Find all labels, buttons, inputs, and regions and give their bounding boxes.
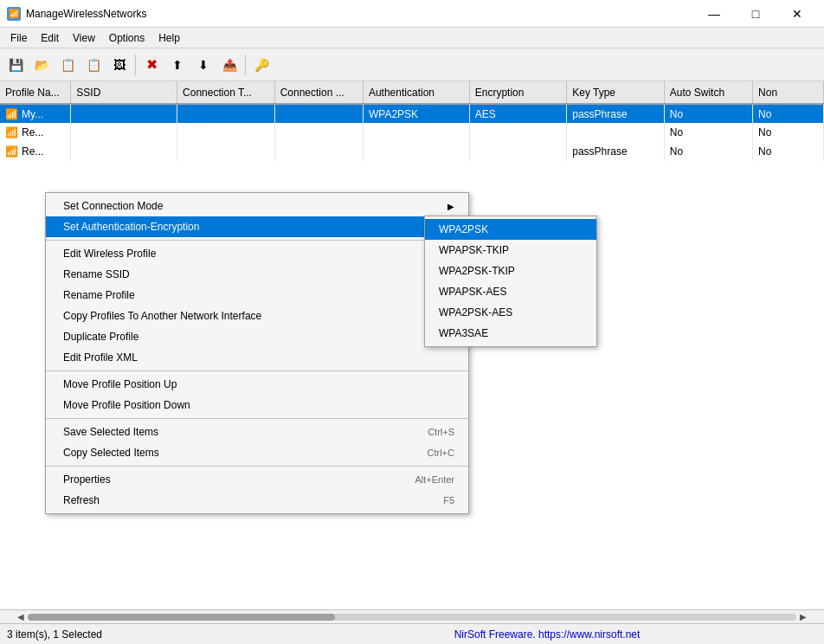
ctx-shortcut: F5	[443, 495, 454, 506]
ctx-item-label: Rename SSID	[63, 268, 130, 280]
submenu-item-wpapsk-aes[interactable]: WPAPSK-AES	[425, 281, 596, 302]
ctx-item-refresh[interactable]: RefreshF5	[46, 490, 468, 511]
toolbar-separator-1	[135, 55, 136, 75]
table-cell-5: AES	[469, 104, 567, 123]
col-header-ssid[interactable]: SSID	[71, 81, 177, 104]
toolbar-copy[interactable]: 📋	[55, 53, 80, 77]
app-icon: 📶	[7, 7, 21, 21]
toolbar-paste[interactable]: 📋	[81, 53, 106, 77]
submenu-item-wpa3sae[interactable]: WPA3SAE	[425, 323, 596, 344]
table-row[interactable]: 📶My...WPA2PSKAESpassPhraseNoNo	[0, 104, 824, 123]
ctx-separator	[46, 466, 468, 467]
ctx-item-move-up[interactable]: Move Profile Position Up	[46, 374, 468, 395]
scrollbar-thumb[interactable]	[28, 614, 335, 621]
ctx-item-label: Copy Selected Items	[63, 447, 159, 459]
ctx-item-label: Move Profile Position Down	[63, 399, 190, 411]
table-cell-1	[71, 104, 177, 123]
menu-bar: File Edit View Options Help	[0, 28, 824, 48]
maximize-button[interactable]: □	[736, 0, 776, 28]
col-header-non[interactable]: Non	[753, 81, 824, 104]
scrollbar-area: ◀ ▶	[0, 609, 824, 623]
table-cell-8: No	[753, 104, 824, 123]
table-cell-6: passPhrase	[567, 104, 665, 123]
status-bar: 3 item(s), 1 Selected NirSoft Freeware. …	[0, 623, 824, 644]
submenu-item-wpapsk-tkip[interactable]: WPAPSK-TKIP	[425, 240, 596, 261]
table-cell-1	[71, 142, 177, 161]
menu-help[interactable]: Help	[151, 29, 187, 47]
submenu-item-wpa2psk-aes[interactable]: WPA2PSK-AES	[425, 302, 596, 323]
col-header-profile-name[interactable]: Profile Na...	[0, 81, 71, 104]
table-cell-3	[274, 123, 363, 142]
toolbar-export[interactable]: 📤	[217, 53, 241, 77]
toolbar-icon[interactable]: 🖼	[107, 53, 132, 77]
toolbar-key[interactable]: 🔑	[249, 53, 274, 77]
table-cell-8: No	[753, 123, 824, 142]
ctx-shortcut: Ctrl+S	[428, 427, 454, 437]
ctx-shortcut: Ctrl+C	[428, 448, 454, 458]
ctx-item-set-auth-enc[interactable]: Set Authentication-Encryption▶	[46, 216, 468, 237]
wifi-icon: 📶	[5, 126, 18, 138]
toolbar-open[interactable]: 📂	[29, 53, 54, 77]
ctx-item-label: Set Connection Mode	[63, 200, 163, 212]
ctx-item-edit-xml[interactable]: Edit Profile XML	[46, 347, 468, 368]
toolbar-new[interactable]: 💾	[3, 53, 28, 77]
minimize-button[interactable]: —	[694, 0, 734, 28]
close-button[interactable]: ✕	[777, 0, 817, 28]
main-table: Profile Na... SSID Connection T... Conne…	[0, 81, 824, 161]
scroll-left-arrow[interactable]: ◀	[14, 612, 28, 621]
ctx-item-move-down[interactable]: Move Profile Position Down	[46, 395, 468, 415]
toolbar-down[interactable]: ⬇	[191, 53, 216, 77]
toolbar-delete[interactable]: ✖	[139, 53, 164, 77]
ctx-item-rename-ssid[interactable]: Rename SSID	[46, 264, 468, 285]
menu-options[interactable]: Options	[102, 29, 151, 47]
scroll-right-arrow[interactable]: ▶	[796, 612, 810, 621]
scrollbar-track[interactable]	[28, 614, 796, 621]
title-controls: — □ ✕	[694, 0, 817, 28]
ctx-item-edit-wireless[interactable]: Edit Wireless ProfileF2	[46, 243, 468, 264]
table-cell-8: No	[753, 142, 824, 161]
nirsoft-text: NirSoft Freeware. https://www.nirsoft.ne…	[454, 628, 641, 641]
ctx-item-label: Properties	[63, 473, 111, 486]
ctx-item-save-selected[interactable]: Save Selected ItemsCtrl+S	[46, 422, 468, 442]
col-header-keytype[interactable]: Key Type	[567, 81, 665, 104]
ctx-item-label: Refresh	[63, 494, 100, 506]
menu-file[interactable]: File	[3, 29, 34, 47]
ctx-item-rename-profile[interactable]: Rename Profile	[46, 285, 468, 306]
table-cell-5	[469, 142, 567, 161]
table-row[interactable]: 📶Re...NoNo	[0, 123, 824, 142]
submenu: WPA2PSKWPAPSK-TKIPWPA2PSK-TKIPWPAPSK-AES…	[424, 216, 597, 347]
col-header-enc[interactable]: Encryption	[469, 81, 567, 104]
submenu-item-wpa2psk-tkip[interactable]: WPA2PSK-TKIP	[425, 261, 596, 281]
ctx-item-set-connection-mode[interactable]: Set Connection Mode▶	[46, 196, 468, 216]
ctx-item-properties[interactable]: PropertiesAlt+Enter	[46, 469, 468, 490]
table-cell-7: No	[664, 104, 752, 123]
ctx-item-label: Copy Profiles To Another Network Interfa…	[63, 310, 261, 322]
table-cell-3	[274, 142, 363, 161]
ctx-item-copy-profiles[interactable]: Copy Profiles To Another Network Interfa…	[46, 306, 468, 326]
submenu-item-wpa2psk[interactable]: WPA2PSK	[425, 219, 596, 240]
col-header-conn-type[interactable]: Connection T...	[177, 81, 275, 104]
col-header-autoswitch[interactable]: Auto Switch	[664, 81, 752, 104]
toolbar-up[interactable]: ⬆	[165, 53, 190, 77]
ctx-item-label: Duplicate Profile	[63, 331, 138, 343]
col-header-auth[interactable]: Authentication	[363, 81, 469, 104]
table-cell-2	[177, 123, 275, 142]
ctx-item-duplicate-profile[interactable]: Duplicate Profile	[46, 326, 468, 347]
toolbar: 💾 📂 📋 📋 🖼 ✖ ⬆ ⬇ 📤 🔑	[0, 48, 824, 81]
table-cell-2	[177, 104, 275, 123]
table-container: Profile Na... SSID Connection T... Conne…	[0, 81, 824, 609]
menu-edit[interactable]: Edit	[34, 29, 66, 47]
context-menu: Set Connection Mode▶Set Authentication-E…	[45, 192, 469, 514]
table-row[interactable]: 📶Re...passPhraseNoNo	[0, 142, 824, 161]
ctx-item-label: Edit Profile XML	[63, 351, 138, 364]
col-header-conn-mode[interactable]: Connection ...	[274, 81, 363, 104]
menu-view[interactable]: View	[66, 29, 102, 47]
ctx-separator	[46, 418, 468, 419]
table-cell-7: No	[664, 142, 752, 161]
ctx-item-copy-selected[interactable]: Copy Selected ItemsCtrl+C	[46, 442, 468, 463]
table-cell-0: 📶My...	[0, 104, 71, 123]
table-cell-6	[567, 123, 665, 142]
table-cell-6: passPhrase	[567, 142, 665, 161]
table-cell-0: 📶Re...	[0, 123, 71, 142]
table-cell-4	[363, 142, 469, 161]
